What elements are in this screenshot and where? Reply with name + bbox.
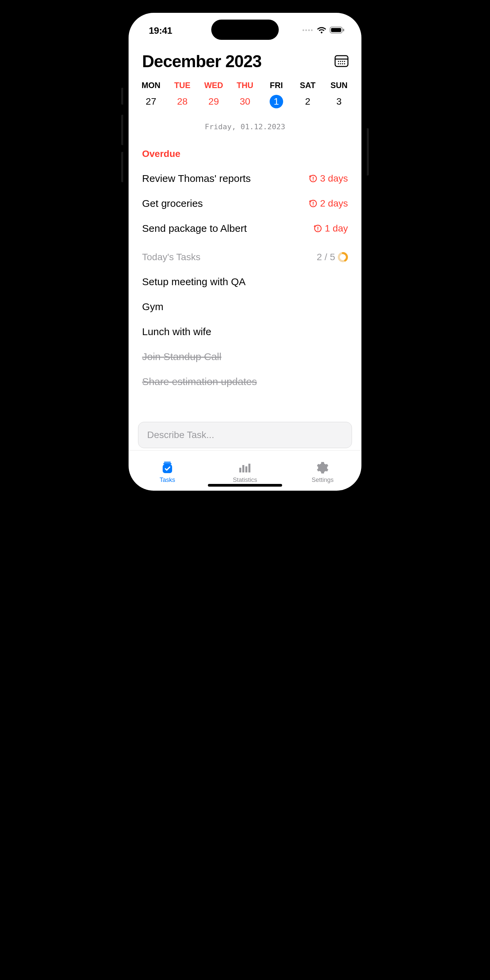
progress-text: 2 / 5 bbox=[317, 252, 335, 262]
overdue-task-row[interactable]: Review Thomas' reports3 days bbox=[142, 173, 348, 184]
today-section-header: Today's Tasks 2 / 5 bbox=[142, 252, 348, 262]
overdue-badge: 2 days bbox=[309, 198, 348, 209]
svg-rect-25 bbox=[163, 463, 172, 465]
task-text: Share estimation updates bbox=[142, 376, 257, 387]
day-column-mon[interactable]: MON27 bbox=[135, 81, 167, 108]
svg-rect-30 bbox=[248, 464, 250, 473]
overdue-clock-icon bbox=[309, 199, 318, 208]
overdue-title: Overdue bbox=[142, 148, 181, 159]
status-time: 19:41 bbox=[149, 25, 172, 36]
svg-point-12 bbox=[344, 63, 345, 64]
svg-rect-26 bbox=[164, 461, 171, 463]
task-text: Send package to Albert bbox=[142, 223, 247, 234]
day-column-sat[interactable]: SAT2 bbox=[292, 81, 323, 108]
home-indicator[interactable] bbox=[208, 484, 282, 487]
day-name: WED bbox=[204, 81, 223, 90]
tasks-icon bbox=[160, 460, 175, 475]
tab-label: Statistics bbox=[233, 477, 257, 484]
week-strip: MON27TUE28WED29THU30FRI1SAT2SUN3 bbox=[129, 75, 361, 108]
dynamic-island bbox=[211, 19, 279, 40]
task-text: Get groceries bbox=[142, 198, 203, 209]
day-number: 29 bbox=[207, 95, 220, 108]
svg-point-10 bbox=[340, 63, 341, 64]
task-text: Join Standup Call bbox=[142, 351, 221, 363]
overdue-duration: 2 days bbox=[320, 198, 348, 209]
day-name: MON bbox=[142, 81, 160, 90]
today-title: Today's Tasks bbox=[142, 252, 200, 262]
input-area bbox=[129, 422, 361, 450]
today-task-row[interactable]: Share estimation updates bbox=[142, 376, 348, 387]
tab-label: Tasks bbox=[160, 477, 175, 484]
battery-icon bbox=[330, 26, 345, 35]
svg-rect-3 bbox=[335, 56, 348, 67]
task-text: Gym bbox=[142, 301, 163, 312]
task-input[interactable] bbox=[138, 422, 352, 448]
day-name: SUN bbox=[330, 81, 348, 90]
day-name: FRI bbox=[270, 81, 283, 90]
wifi-icon bbox=[317, 26, 326, 35]
overdue-duration: 3 days bbox=[320, 173, 348, 184]
task-text: Setup meeting with QA bbox=[142, 276, 246, 288]
svg-rect-1 bbox=[331, 28, 341, 32]
content-scroll[interactable]: Overdue Review Thomas' reports3 daysGet … bbox=[129, 131, 361, 422]
calendar-icon bbox=[334, 54, 348, 67]
svg-rect-2 bbox=[343, 29, 344, 31]
overdue-badge: 3 days bbox=[309, 173, 348, 184]
svg-point-5 bbox=[338, 61, 339, 62]
current-date-label: Friday, 01.12.2023 bbox=[129, 123, 361, 131]
svg-point-18 bbox=[312, 205, 313, 205]
svg-point-7 bbox=[342, 61, 343, 62]
day-name: TUE bbox=[174, 81, 190, 90]
today-task-row[interactable]: Gym bbox=[142, 301, 348, 312]
overdue-clock-icon bbox=[313, 224, 322, 233]
day-column-sun[interactable]: SUN3 bbox=[323, 81, 355, 108]
svg-point-15 bbox=[312, 180, 313, 181]
task-text: Lunch with wife bbox=[142, 326, 211, 337]
today-task-row[interactable]: Join Standup Call bbox=[142, 351, 348, 363]
day-name: SAT bbox=[300, 81, 315, 90]
progress-ring-icon bbox=[338, 252, 348, 262]
day-number: 3 bbox=[332, 95, 346, 108]
svg-point-8 bbox=[344, 61, 345, 62]
svg-point-11 bbox=[342, 63, 343, 64]
day-number: 27 bbox=[144, 95, 158, 108]
svg-rect-28 bbox=[242, 465, 244, 473]
status-icons: •••• bbox=[302, 26, 345, 35]
day-number: 30 bbox=[238, 95, 252, 108]
day-number: 28 bbox=[175, 95, 189, 108]
cellular-dots-icon: •••• bbox=[302, 27, 313, 34]
overdue-clock-icon bbox=[309, 174, 318, 183]
tab-tasks[interactable]: Tasks bbox=[129, 450, 206, 491]
side-button bbox=[121, 88, 123, 105]
overdue-section-header: Overdue bbox=[142, 148, 348, 159]
day-column-tue[interactable]: TUE28 bbox=[167, 81, 198, 108]
tab-label: Settings bbox=[312, 477, 333, 484]
svg-point-9 bbox=[338, 63, 339, 64]
svg-point-6 bbox=[340, 61, 341, 62]
day-column-thu[interactable]: THU30 bbox=[229, 81, 261, 108]
stats-icon bbox=[238, 460, 252, 475]
svg-point-21 bbox=[317, 229, 318, 231]
task-text: Review Thomas' reports bbox=[142, 173, 251, 184]
volume-down-button bbox=[121, 152, 123, 182]
overdue-task-row[interactable]: Send package to Albert1 day bbox=[142, 223, 348, 234]
tab-settings[interactable]: Settings bbox=[284, 450, 361, 491]
calendar-button[interactable] bbox=[334, 54, 348, 68]
overdue-duration: 1 day bbox=[325, 223, 348, 234]
month-title: December 2023 bbox=[142, 52, 261, 71]
progress-indicator: 2 / 5 bbox=[317, 252, 348, 262]
overdue-badge: 1 day bbox=[313, 223, 348, 234]
overdue-list: Review Thomas' reports3 daysGet grocerie… bbox=[142, 173, 348, 234]
day-column-wed[interactable]: WED29 bbox=[198, 81, 229, 108]
today-list: Setup meeting with QAGymLunch with wifeJ… bbox=[142, 276, 348, 387]
day-name: THU bbox=[237, 81, 253, 90]
svg-rect-27 bbox=[239, 468, 241, 473]
screen: 19:41 •••• December 2023 MON27TUE28WED29… bbox=[129, 13, 361, 491]
day-column-fri[interactable]: FRI1 bbox=[261, 81, 292, 108]
day-number: 1 bbox=[270, 95, 283, 108]
today-task-row[interactable]: Setup meeting with QA bbox=[142, 276, 348, 288]
volume-up-button bbox=[121, 115, 123, 145]
today-task-row[interactable]: Lunch with wife bbox=[142, 326, 348, 337]
svg-rect-29 bbox=[245, 466, 247, 473]
overdue-task-row[interactable]: Get groceries2 days bbox=[142, 198, 348, 209]
